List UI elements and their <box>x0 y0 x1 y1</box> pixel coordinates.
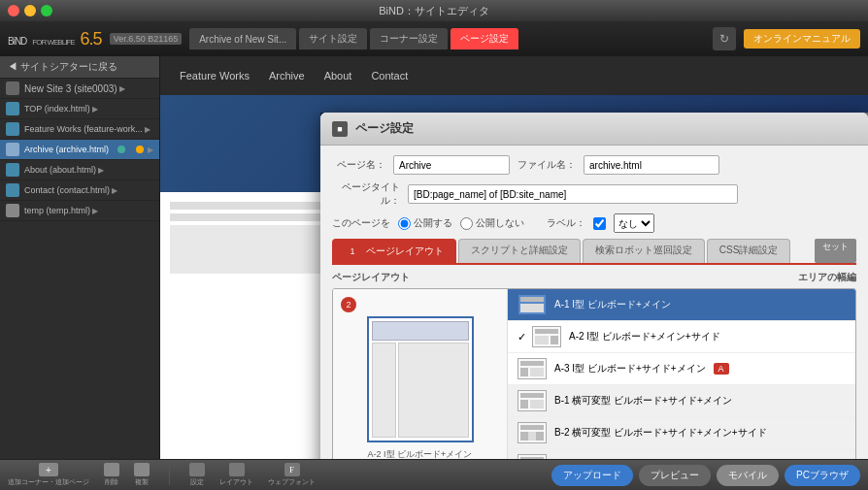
layout-option-a2[interactable]: ✓ A-2 I型 ビルボード+メイン+サイド <box>508 321 855 353</box>
page-icon <box>6 102 19 115</box>
settings-tool[interactable]: 設定 <box>189 463 205 487</box>
publish-option-public[interactable]: 公開する <box>398 216 452 230</box>
tab-site-settings[interactable]: サイト設定 <box>299 28 367 49</box>
label-select[interactable]: なし <box>614 213 654 233</box>
publish-radio-private[interactable] <box>460 217 473 230</box>
page-icon <box>6 204 19 217</box>
file-name-label: ファイル名： <box>517 158 576 172</box>
bottom-right-buttons: アップロード プレビュー モバイル PCブラウザ <box>551 465 860 486</box>
font-tool[interactable]: F ウェブフォント <box>268 463 316 487</box>
layout-option-b1[interactable]: B-1 横可変型 ビルボード+サイド+メイン <box>508 385 855 417</box>
tab-script-label: スクリプトと詳細設定 <box>471 245 568 255</box>
tab-css-settings[interactable]: CSS詳細設定 <box>707 239 791 263</box>
arrow-icon: ▶ <box>119 84 125 93</box>
layout-option-b3[interactable]: B-3 横可変型 ビルボード+メイン+サイド B <box>508 449 855 459</box>
bg-nav-about: About <box>324 70 352 82</box>
tab-script-settings[interactable]: スクリプトと詳細設定 <box>458 239 581 263</box>
refresh-icon[interactable]: ↻ <box>713 27 736 50</box>
layout-option-b2-label: B-2 横可変型 ビルボード+サイド+メイン+サイド <box>554 426 767 440</box>
title-bar: BiND：サイトエディタ <box>0 0 868 21</box>
layout-option-b2[interactable]: B-2 横可変型 ビルボード+サイド+メイン+サイド <box>508 417 855 449</box>
tab-page-settings[interactable]: ページ設定 <box>451 28 518 49</box>
settings-icon <box>189 463 205 476</box>
page-name-row: ページ名： ファイル名： <box>332 155 856 175</box>
preview-side <box>372 343 396 438</box>
header-tabs: Archive of New Sit... サイト設定 コーナー設定 ページ設定 <box>189 28 705 49</box>
maximize-button[interactable] <box>41 5 52 16</box>
duplicate-label: 複製 <box>135 477 149 487</box>
sidebar-header[interactable]: ◀ サイトシアターに戻る <box>0 56 159 79</box>
tab-corner-settings[interactable]: コーナー設定 <box>370 28 448 49</box>
layout-icon-a3 <box>517 358 547 379</box>
arrow-icon: ▶ <box>145 125 150 134</box>
layout-option-a1[interactable]: A-1 I型 ビルボード+メイン <box>508 289 855 321</box>
sidebar-item-about[interactable]: About (about.html) ▶ <box>0 160 159 180</box>
sidebar-item-label: temp (temp.html) <box>24 206 90 215</box>
close-button[interactable] <box>8 5 19 16</box>
sidebar-item-label: Contact (contact.html) <box>24 185 110 195</box>
sidebar-header-label: ◀ <box>8 61 20 72</box>
modal-overlay: ■ ページ設定 ページ名： ファイル名： ページタイトル： <box>320 113 868 428</box>
layout-label: レイアウト <box>219 477 253 487</box>
preview-main-area <box>372 343 469 438</box>
set-button[interactable]: セット <box>815 239 856 263</box>
modal-icon: ■ <box>332 121 348 137</box>
layout-preview <box>367 316 474 442</box>
layout-icon-b1 <box>517 390 547 411</box>
tab-archive[interactable]: Archive of New Sit... <box>189 28 296 49</box>
preview-button[interactable]: プレビュー <box>639 465 711 486</box>
duplicate-tool[interactable]: 複製 <box>134 463 150 487</box>
upload-button[interactable]: アップロード <box>551 465 633 486</box>
bottom-toolbar: + 追加コーナー・追加ページ 削除 複製 設定 レイアウト F ウェブフォント … <box>0 459 868 490</box>
layout-icon-a1 <box>517 294 547 315</box>
page-icon <box>6 143 19 156</box>
publish-label: このページを <box>332 216 390 230</box>
page-name-input[interactable] <box>393 155 510 175</box>
page-icon <box>6 122 19 136</box>
sidebar-item-top[interactable]: TOP (index.html) ▶ <box>0 99 159 119</box>
for-weblife: FOR WEBLIFE <box>32 38 74 47</box>
page-title-input[interactable] <box>408 184 738 204</box>
minimize-button[interactable] <box>24 5 36 16</box>
layout-icon <box>229 463 245 476</box>
app-header: BiND FOR WEBLIFE 6.5 Ver.6.50 B21165 Arc… <box>0 21 868 56</box>
sidebar-item-temp[interactable]: temp (temp.html) ▶ <box>0 201 159 221</box>
online-manual-button[interactable]: オンラインマニュアル <box>744 29 860 49</box>
step-badge-1: 1 <box>345 244 360 259</box>
layout-tool[interactable]: レイアウト <box>219 463 253 487</box>
sidebar-item-site[interactable]: New Site 3 (site0003) ▶ <box>0 79 159 99</box>
layout-option-a3[interactable]: A-3 I型 ビルボード+サイド+メイン A <box>508 353 855 385</box>
arrow-icon: ▶ <box>92 105 98 114</box>
publish-radio-public[interactable] <box>398 217 411 230</box>
settings-label: 設定 <box>190 477 204 487</box>
mobile-button[interactable]: モバイル <box>717 465 779 486</box>
layout-preview-panel: 2 A-2 I型 ビルボード+メイン <box>333 289 508 459</box>
window-controls <box>8 5 52 16</box>
file-name-input[interactable] <box>584 155 719 175</box>
modal-title: ページ設定 <box>355 120 414 137</box>
add-tool[interactable]: + 追加コーナー・追加ページ <box>8 463 89 487</box>
tab-page-layout[interactable]: 1 ページレイアウト <box>332 239 456 263</box>
logo-text: BiND <box>8 36 26 47</box>
status-dot-yellow <box>136 146 144 153</box>
publish-option-private[interactable]: 公開しない <box>460 216 524 230</box>
layout-options-panel: A-1 I型 ビルボード+メイン ✓ A-2 I型 ビルボード+ <box>508 289 855 459</box>
label-checkbox[interactable] <box>593 217 606 230</box>
pcbrowser-button[interactable]: PCブラウザ <box>785 465 860 486</box>
delete-tool[interactable]: 削除 <box>104 463 119 487</box>
tab-page-layout-label: ページレイアウト <box>366 245 444 256</box>
sidebar-item-contact[interactable]: Contact (contact.html) ▶ <box>0 180 159 201</box>
page-settings-modal: ■ ページ設定 ページ名： ファイル名： ページタイトル： <box>320 113 868 459</box>
publish-public-label: 公開する <box>414 216 452 230</box>
delete-icon <box>104 463 119 476</box>
tab-robot-settings[interactable]: 検索ロボット巡回設定 <box>583 239 705 263</box>
add-label: 追加コーナー・追加ページ <box>8 477 89 487</box>
arrow-icon: ▶ <box>112 186 117 195</box>
duplicate-icon <box>134 463 150 476</box>
window-title: BiND：サイトエディタ <box>379 4 489 18</box>
preview-billboard <box>372 321 469 341</box>
sidebar-item-feature-works[interactable]: Feature Works (feature-work... ▶ <box>0 119 159 140</box>
sidebar-item-archive[interactable]: Archive (archive.html) ▶ <box>0 140 159 160</box>
step-badge-2: 2 <box>341 297 356 312</box>
arrow-icon: ▶ <box>148 146 153 154</box>
